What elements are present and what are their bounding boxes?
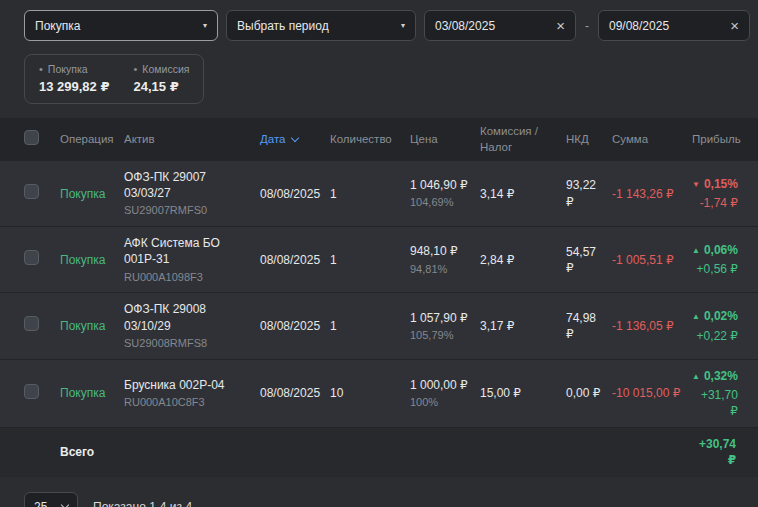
quantity-cell: 1 [330, 244, 410, 276]
profit-amount: -1,74 ₽ [692, 195, 738, 211]
date-from-input[interactable]: 03/08/2025 × [424, 10, 576, 41]
profit-percent: 0,02% [704, 309, 738, 323]
summary-fee-label: Комиссия [142, 63, 189, 75]
profit-cell: ▲0,06% +0,56 ₽ [692, 234, 746, 285]
asset-cell: ОФЗ-ПК 29007 03/03/27 SU29007RMFS0 [124, 161, 260, 226]
nkd-cell: 54,57 ₽ [566, 236, 612, 284]
profit-amount: +0,56 ₽ [692, 261, 738, 277]
profit-cell: ▲0,02% +0,22 ₽ [692, 300, 746, 351]
clear-icon[interactable]: × [556, 18, 565, 33]
operation-cell: Покупка [60, 310, 124, 342]
fee-cell: 2,84 ₽ [480, 244, 566, 276]
amount-cell: -1 143,26 ₽ [612, 178, 692, 210]
fee-cell: 3,17 ₽ [480, 310, 566, 342]
price-percent: 100% [410, 395, 472, 410]
pagination-bar: 25 Показано 1-4 из 4 [0, 477, 758, 507]
asset-cell: Брусника 002P-04 RU000A10C8F3 [124, 369, 260, 418]
clear-icon[interactable]: × [730, 18, 739, 33]
profit-amount: +0,22 ₽ [692, 328, 738, 344]
header-nkd: НКД [566, 126, 612, 154]
price-value: 1 057,90 ₽ [410, 310, 472, 326]
period-select[interactable]: Выбрать период ▾ [226, 10, 416, 41]
profit-cell: ▲0,32% +31,70 ₽ [692, 360, 746, 428]
operation-cell: Покупка [60, 377, 124, 409]
price-percent: 94,81% [410, 262, 472, 277]
bullet-icon: • [134, 63, 138, 75]
summary-purchase-value: 13 299,82 ₽ [39, 79, 110, 94]
fee-cell: 15,00 ₽ [480, 377, 566, 409]
header-date-sort[interactable]: Дата [260, 126, 330, 154]
period-value: Выбрать период [237, 19, 329, 33]
quantity-cell: 10 [330, 377, 410, 409]
triangle-down-icon: ▼ [692, 180, 700, 189]
price-cell: 1 057,90 ₽ 105,79% [410, 302, 480, 351]
chevron-down-icon: ▾ [401, 22, 405, 30]
price-cell: 1 000,00 ₽ 100% [410, 369, 480, 418]
operation-type-select[interactable]: Покупка ▾ [24, 10, 218, 41]
date-from-value: 03/08/2025 [435, 19, 495, 33]
asset-name: ОФЗ-ПК 29007 03/03/27 [124, 169, 252, 201]
date-to-value: 09/08/2025 [609, 19, 669, 33]
profit-percent: 0,15% [704, 177, 738, 191]
asset-code: RU000A1098F3 [124, 270, 252, 285]
asset-cell: ОФЗ-ПК 29008 03/10/29 SU29008RMFS8 [124, 293, 260, 358]
chevron-down-icon: ▾ [203, 22, 207, 30]
table-row[interactable]: Покупка ОФЗ-ПК 29007 03/03/27 SU29007RMF… [0, 161, 758, 227]
header-profit: Прибыль [692, 126, 747, 154]
bullet-icon: • [39, 63, 43, 75]
date-to-input[interactable]: 09/08/2025 × [598, 10, 750, 41]
header-fee: Комиссия / Налог [480, 118, 566, 161]
header-date-label: Дата [260, 132, 285, 148]
row-checkbox[interactable] [24, 184, 39, 199]
sort-desc-icon [291, 134, 299, 142]
table-row[interactable]: Покупка ОФЗ-ПК 29008 03/10/29 SU29008RMF… [0, 293, 758, 359]
operation-type-value: Покупка [35, 19, 80, 33]
asset-cell: АФК Система БО 001P-31 RU000A1098F3 [124, 227, 260, 292]
nkd-cell: 0,00 ₽ [566, 377, 612, 409]
asset-code: SU29007RMFS0 [124, 203, 252, 218]
asset-name: Брусника 002P-04 [124, 377, 252, 393]
date-cell: 08/08/2025 [260, 178, 330, 210]
header-asset: Актив [124, 126, 260, 154]
price-value: 948,10 ₽ [410, 243, 472, 259]
date-cell: 08/08/2025 [260, 377, 330, 409]
asset-code: RU000A10C8F3 [124, 395, 252, 410]
header-operation: Операция [60, 126, 124, 154]
operation-cell: Покупка [60, 178, 124, 210]
filters-bar: Покупка ▾ Выбрать период ▾ 03/08/2025 × … [0, 0, 758, 41]
header-amount: Сумма [612, 126, 692, 154]
amount-cell: -10 015,00 ₽ [612, 377, 692, 409]
amount-cell: -1 005,51 ₽ [612, 244, 692, 276]
quantity-cell: 1 [330, 310, 410, 342]
table-total-row: Всего +30,74 ₽ [0, 428, 758, 476]
row-checkbox[interactable] [24, 316, 39, 331]
price-percent: 105,79% [410, 328, 472, 343]
row-checkbox[interactable] [24, 384, 39, 399]
pagination-info: Показано 1-4 из 4 [93, 500, 192, 507]
operation-cell: Покупка [60, 244, 124, 276]
asset-code: SU29008RMFS8 [124, 336, 252, 351]
page-size-value: 25 [34, 500, 47, 507]
row-checkbox[interactable] [24, 250, 39, 265]
summary-purchase-label: Покупка [48, 63, 88, 75]
price-value: 1 046,90 ₽ [410, 177, 472, 193]
date-cell: 08/08/2025 [260, 244, 330, 276]
select-all-checkbox[interactable] [24, 130, 39, 145]
date-cell: 08/08/2025 [260, 310, 330, 342]
asset-name: ОФЗ-ПК 29008 03/10/29 [124, 301, 252, 333]
table-row[interactable]: Покупка АФК Система БО 001P-31 RU000A109… [0, 227, 758, 293]
asset-name: АФК Система БО 001P-31 [124, 235, 252, 267]
price-cell: 1 046,90 ₽ 104,69% [410, 169, 480, 218]
price-percent: 104,69% [410, 195, 472, 210]
price-cell: 948,10 ₽ 94,81% [410, 235, 480, 284]
profit-cell: ▼0,15% -1,74 ₽ [692, 168, 746, 219]
page-size-select[interactable]: 25 [24, 492, 78, 507]
profit-amount: +31,70 ₽ [692, 387, 738, 419]
total-label: Всего [60, 436, 124, 468]
nkd-cell: 93,22 ₽ [566, 169, 612, 217]
operations-page: Покупка ▾ Выбрать период ▾ 03/08/2025 × … [0, 0, 758, 507]
triangle-up-icon: ▲ [692, 312, 700, 321]
quantity-cell: 1 [330, 178, 410, 210]
summary-fee-value: 24,15 ₽ [134, 79, 190, 94]
table-row[interactable]: Покупка Брусника 002P-04 RU000A10C8F3 08… [0, 360, 758, 429]
